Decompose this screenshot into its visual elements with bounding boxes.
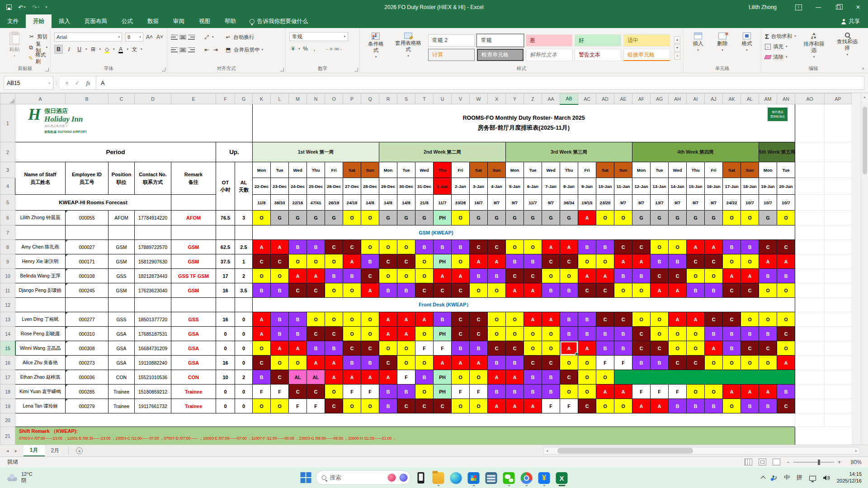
taskbar-alipay-icon[interactable]: ¥ (538, 469, 550, 486)
row-header-11[interactable]: 11 (0, 283, 15, 298)
shift-cell-AE14[interactable]: B (614, 327, 632, 341)
shift-cell-W10[interactable]: B (470, 269, 488, 283)
shift-cell-AD14[interactable]: B (596, 327, 614, 341)
undo-icon[interactable]: ↶▾ (18, 4, 25, 11)
shift-cell-M19[interactable]: F (289, 399, 307, 413)
day-name-7-Jan[interactable]: Wed (542, 162, 560, 178)
ghost-cell[interactable] (825, 254, 852, 269)
shift-cell-V18[interactable]: F (452, 385, 470, 399)
shift-cell-Q10[interactable]: C (361, 269, 379, 283)
shift-cell-K15[interactable]: O (253, 341, 271, 356)
shift-cell-AG18[interactable]: F (651, 385, 669, 399)
ghost-cell[interactable] (795, 269, 825, 283)
date-1-Jan[interactable]: 1-Jan (434, 178, 452, 195)
shift-cell-U14[interactable]: PH (434, 327, 452, 341)
date-30-Dec[interactable]: 30-Dec (397, 178, 415, 195)
shift-cell-AK6[interactable]: O (723, 211, 741, 225)
shift-cell-AB11[interactable]: B (560, 283, 578, 298)
ghost-cell[interactable] (825, 385, 852, 399)
shift-cell-AG9[interactable]: B (651, 254, 669, 269)
shift-cell-AA10[interactable]: O (542, 269, 560, 283)
shift-cell-K8[interactable]: A (253, 240, 271, 254)
close-button[interactable]: ✕ (848, 0, 868, 14)
shift-cell-AE11[interactable]: O (614, 283, 632, 298)
ghost-cell[interactable] (795, 312, 825, 327)
shift-cell-R15[interactable]: O (379, 341, 397, 356)
shift-cell-O18[interactable]: O (325, 385, 343, 399)
shift-cell-U16[interactable]: A (434, 356, 452, 370)
shift-cell-AH11[interactable]: A (669, 283, 687, 298)
shift-cell-Z10[interactable]: C (524, 269, 542, 283)
wrap-text-button[interactable]: ↵自动换行 (225, 32, 255, 42)
shift-cell-T14[interactable]: O (415, 327, 434, 341)
shift-cell-M17[interactable]: AL (289, 370, 307, 385)
underline-button[interactable]: U (75, 45, 84, 54)
shift-cell-R6[interactable]: G (379, 211, 397, 225)
shift-cell-AK9[interactable]: O (723, 254, 741, 269)
row-header-13[interactable]: 13 (0, 312, 15, 327)
shift-cell-AG15[interactable]: C (651, 341, 669, 356)
date-15-Jan[interactable]: 15-Jan (687, 178, 705, 195)
col-header-Y[interactable]: Y (506, 94, 524, 104)
date-10-Jan[interactable]: 10-Jan (596, 178, 614, 195)
enter-icon[interactable]: ✓ (75, 80, 80, 86)
sheet-nav-right-icon[interactable]: ► (14, 449, 18, 453)
number-format-select[interactable]: 常规▾ (289, 32, 348, 41)
format-as-table-button[interactable]: 套用表格格式▾ (391, 31, 425, 65)
shift-cell-U10[interactable]: A (434, 269, 452, 283)
shift-cell-AE18[interactable]: A (614, 385, 632, 399)
shift-cell-T11[interactable]: C (415, 283, 434, 298)
shift-cell-V10[interactable]: A (452, 269, 470, 283)
shift-cell-AH10[interactable]: C (669, 269, 687, 283)
day-name-4-Jan[interactable]: Sun (488, 162, 506, 178)
shift-cell-T15[interactable]: F (415, 341, 434, 356)
col-header-AB[interactable]: AB (560, 94, 578, 104)
shift-cell-S11[interactable]: B (397, 283, 415, 298)
increase-indent-icon[interactable]: ⇥ (212, 46, 219, 53)
shift-cell-AD8[interactable]: B (596, 240, 614, 254)
shift-cell-AL18[interactable]: A (741, 385, 759, 399)
ghost-cell[interactable] (825, 312, 852, 327)
shift-cell-S8[interactable]: O (397, 240, 415, 254)
empty-row-grid[interactable] (253, 413, 795, 427)
shift-cell-AB15[interactable]: A▼ (560, 341, 578, 356)
shift-cell-AJ11[interactable]: B (705, 283, 723, 298)
shift-cell-P15[interactable]: C (343, 341, 361, 356)
shift-cell-AE19[interactable]: O (614, 399, 632, 413)
forecast-9-Jan[interactable]: 19/15 (578, 195, 596, 211)
shift-cell-AN8[interactable]: C (777, 240, 795, 254)
shift-cell-AE16[interactable]: F (614, 356, 632, 370)
shift-cell-AF19[interactable]: A (632, 399, 651, 413)
shift-cell-AH13[interactable]: A (669, 312, 687, 327)
shift-cell-R8[interactable]: O (379, 240, 397, 254)
shift-cell-AM15[interactable]: C (759, 341, 777, 356)
shift-cell-Q17[interactable]: A (361, 370, 379, 385)
ghost-cell[interactable] (795, 370, 825, 385)
copy-button[interactable]: ⧉复制▾ (28, 42, 47, 52)
shift-cell-M6[interactable]: G (289, 211, 307, 225)
row-header-17[interactable]: 17 (0, 370, 15, 385)
shift-cell-AL11[interactable]: C (741, 283, 759, 298)
ghost-cell[interactable] (825, 298, 852, 312)
col-header-AM[interactable]: AM (759, 94, 777, 104)
col-header-AF[interactable]: AF (632, 94, 651, 104)
find-select-button[interactable]: 查找和选择▾ (832, 31, 863, 65)
row-header-6[interactable]: 6 (0, 211, 15, 225)
row-header-20[interactable]: 20 (0, 413, 15, 427)
shift-cell-T8[interactable]: B (415, 240, 434, 254)
taskbar-wechat-icon[interactable] (503, 469, 515, 486)
shift-cell-Q19[interactable]: O (361, 399, 379, 413)
shift-cell-N14[interactable]: C (307, 327, 325, 341)
shift-cell-AE15[interactable]: B (614, 341, 632, 356)
shift-cell-K11[interactable]: B (253, 283, 271, 298)
shift-cell-AJ10[interactable]: O (705, 269, 723, 283)
minimize-button[interactable]: — (808, 0, 828, 14)
ghost-cell[interactable] (795, 225, 825, 240)
shift-cell-K18[interactable]: F (253, 385, 271, 399)
forecast-1-Jan[interactable]: 11/7 (434, 195, 452, 211)
tab-help[interactable]: 帮助 (217, 14, 243, 28)
col-header-E[interactable]: E (171, 94, 216, 104)
shift-cell-AG8[interactable]: O (651, 240, 669, 254)
col-header-A[interactable]: A (15, 94, 66, 104)
shift-cell-U9[interactable]: PH (434, 254, 452, 269)
